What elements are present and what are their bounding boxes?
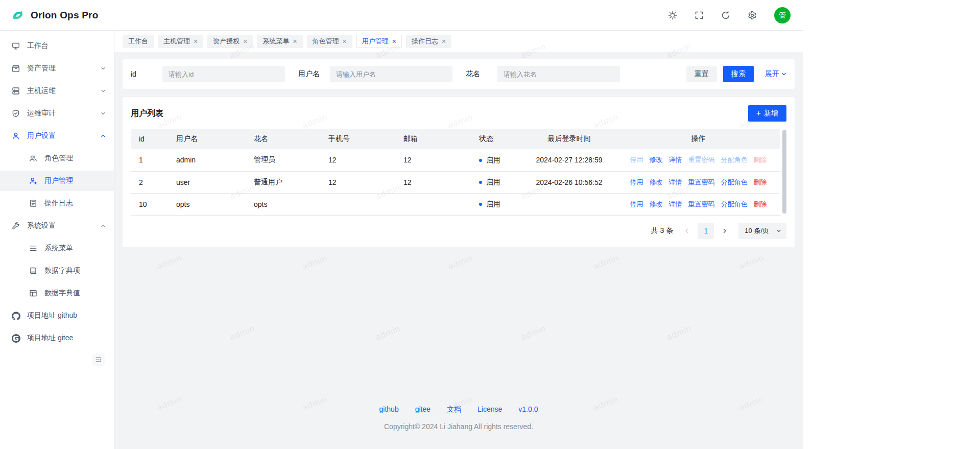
fullscreen-icon[interactable]: [695, 11, 704, 20]
row-actions: 停用 修改 详情 重置密码 分配角色 删除: [625, 155, 772, 164]
close-icon[interactable]: ×: [194, 38, 198, 45]
sidebar-item-host-ops[interactable]: 主机运维: [0, 81, 114, 101]
reset-button[interactable]: 重置: [686, 66, 717, 82]
chevron-right-icon: [722, 228, 727, 233]
column-header-id: id: [131, 129, 168, 149]
avatar[interactable]: 管: [774, 7, 791, 23]
user-list-panel: 用户列表 + 新增: [123, 97, 795, 247]
page-size-select[interactable]: 10 条/页: [738, 223, 786, 239]
action-assign-role[interactable]: 分配角色: [721, 200, 748, 209]
status-dot: [479, 159, 482, 162]
cell-email: [395, 193, 471, 215]
main-area: adminadminadminadminadminadminadminadmin…: [114, 31, 803, 449]
table-header-row: id 用户名 花名 手机号 邮箱 状态 最后登录时间 操作: [131, 129, 780, 149]
sidebar-item-dict-key[interactable]: 数据字典项: [0, 261, 114, 281]
sidebar-item-system-settings[interactable]: 系统设置: [0, 216, 114, 236]
action-detail[interactable]: 详情: [669, 155, 682, 164]
close-icon[interactable]: ×: [392, 38, 396, 45]
sidebar-item-asset[interactable]: 资产管理: [0, 58, 114, 79]
close-icon[interactable]: ×: [243, 38, 247, 45]
next-page-button[interactable]: [718, 224, 731, 238]
action-disable[interactable]: 停用: [630, 178, 643, 187]
field-label: 花名: [466, 69, 497, 79]
table-row: 10 opts opts 启用: [131, 193, 780, 215]
header-actions: 管: [668, 7, 791, 23]
tab-label: 角色管理: [313, 37, 339, 46]
prev-page-button: [680, 224, 694, 238]
action-assign-role[interactable]: 分配角色: [721, 178, 748, 187]
close-icon[interactable]: ×: [293, 38, 297, 45]
sidebar-item-label: 角色管理: [44, 154, 73, 163]
tab-system-menu[interactable]: 系统菜单 ×: [257, 35, 302, 48]
sidebar-item-gitee[interactable]: 项目地址 gitee: [0, 328, 114, 348]
action-edit[interactable]: 修改: [650, 178, 663, 187]
expand-toggle[interactable]: 展开: [765, 69, 786, 79]
action-edit[interactable]: 修改: [650, 155, 663, 164]
username-input[interactable]: [330, 66, 452, 82]
table-row: 2 user 普通用户 12 12 启用: [131, 171, 780, 193]
id-input[interactable]: [162, 66, 285, 82]
add-user-button[interactable]: + 新增: [748, 105, 786, 122]
tab-user-mgmt[interactable]: 用户管理 ×: [356, 35, 402, 48]
users-group-icon: [29, 154, 38, 162]
search-field-nickname: 花名: [466, 66, 620, 82]
table-wrapper: id 用户名 花名 手机号 邮箱 状态 最后登录时间 操作: [131, 129, 786, 216]
sidebar-item-dict-value[interactable]: 数据字典值: [0, 283, 114, 303]
page-number-1[interactable]: 1: [698, 223, 714, 239]
sidebar-item-op-log[interactable]: 操作日志: [0, 193, 114, 214]
theme-toggle-icon[interactable]: [668, 11, 677, 20]
action-detail[interactable]: 详情: [669, 200, 682, 209]
tab-asset-auth[interactable]: 资产授权 ×: [207, 35, 253, 48]
action-delete[interactable]: 删除: [754, 178, 767, 187]
footer-link-docs[interactable]: 文档: [447, 405, 461, 414]
footer-link-version[interactable]: v1.0.0: [518, 405, 538, 414]
footer-link-github[interactable]: github: [379, 405, 399, 414]
cell-mobile: 12: [320, 171, 395, 193]
refresh-icon[interactable]: [721, 11, 730, 20]
sidebar-item-user-mgmt[interactable]: 用户管理: [0, 171, 114, 191]
tab-workbench[interactable]: 工作台: [123, 35, 154, 48]
action-detail[interactable]: 详情: [669, 178, 682, 187]
chevron-down-icon: [776, 228, 781, 233]
sidebar-item-workbench[interactable]: 工作台: [0, 36, 114, 56]
action-delete[interactable]: 删除: [754, 200, 767, 209]
sidebar-collapse-button[interactable]: [92, 353, 105, 366]
nickname-input[interactable]: [497, 66, 620, 82]
sidebar-item-github[interactable]: 项目地址 github: [0, 305, 114, 326]
sidebar-item-label: 系统菜单: [44, 244, 73, 253]
scrollbar-thumb[interactable]: [782, 130, 786, 214]
tab-host-mgmt[interactable]: 主机管理 ×: [158, 35, 203, 48]
action-delete: 删除: [754, 155, 767, 164]
tab-role-mgmt[interactable]: 角色管理 ×: [307, 35, 352, 48]
footer-link-license[interactable]: License: [477, 405, 502, 414]
user-add-icon: [29, 177, 38, 185]
server-icon: [11, 87, 20, 95]
status-dot: [479, 203, 482, 206]
sidebar-item-user-settings[interactable]: 用户设置: [0, 126, 114, 146]
action-disable[interactable]: 停用: [630, 200, 643, 209]
action-reset-password[interactable]: 重置密码: [688, 200, 715, 209]
sidebar-item-system-menu[interactable]: 系统菜单: [0, 238, 114, 258]
sidebar-item-role-mgmt[interactable]: 角色管理: [0, 148, 114, 169]
close-icon[interactable]: ×: [343, 38, 347, 45]
search-button[interactable]: 搜索: [723, 66, 754, 82]
sidebar-item-audit[interactable]: 运维审计: [0, 103, 114, 124]
cell-nickname: opts: [246, 193, 320, 215]
table-scrollbar[interactable]: [782, 129, 786, 216]
settings-gear-icon[interactable]: [748, 11, 757, 20]
chevron-down-icon: [781, 72, 786, 77]
column-header-actions: 操作: [616, 129, 780, 149]
cell-mobile: 12: [320, 149, 395, 171]
column-header-last-login: 最后登录时间: [522, 129, 616, 149]
cell-status: 启用: [471, 149, 522, 171]
close-icon[interactable]: ×: [442, 38, 446, 45]
cell-email: 12: [395, 149, 471, 171]
footer-link-gitee[interactable]: gitee: [415, 405, 431, 414]
action-reset-password[interactable]: 重置密码: [688, 178, 715, 187]
action-disable: 停用: [630, 155, 643, 164]
log-file-icon: [29, 199, 38, 207]
column-header-status: 状态: [471, 129, 522, 149]
tab-op-log[interactable]: 操作日志 ×: [406, 35, 451, 48]
page-footer: github gitee 文档 License v1.0.0 Copyright…: [123, 395, 795, 449]
action-edit[interactable]: 修改: [650, 200, 663, 209]
